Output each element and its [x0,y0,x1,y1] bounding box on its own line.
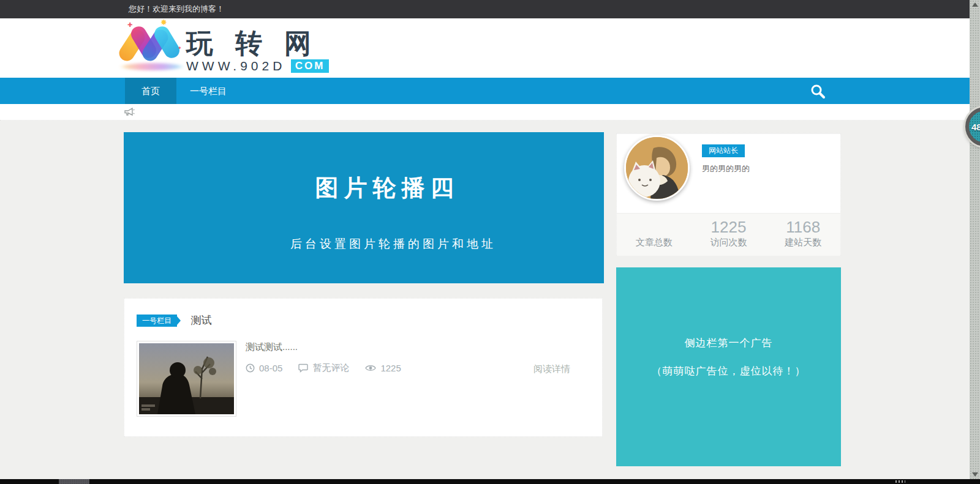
read-more-link[interactable]: 阅读详情 [533,363,570,375]
article-meta: 08-05 暂无评论 1225 [246,362,401,374]
sparkle-icon: ✦ [178,45,182,51]
clock-icon [246,363,255,373]
avatar [624,135,690,201]
article-views: 1225 [380,363,401,373]
carousel-subtitle: 后台设置图片轮播的图片和地址 [153,236,633,252]
stat-days: 1168 建站天数 [766,214,840,256]
welcome-text: 您好！欢迎来到我的博客！ [129,0,224,18]
profile-stats: 文章总数 1225 访问次数 1168 建站天数 [617,213,840,256]
article-date: 08-05 [259,363,282,373]
sparkle-icon: ✸ [160,20,167,26]
nav-item-home[interactable]: 首页 [125,78,176,104]
stat-days-value: 1168 [766,218,840,237]
dusk-photo [139,343,234,414]
announcement-bar [0,104,980,121]
taskbar-glyphs [895,480,905,483]
stat-articles-label: 文章总数 [617,237,692,248]
article-list-card: 一号栏目 测试 测试测试...... [124,298,603,437]
profile-bio: 男的男的男的 [702,163,750,174]
article-thumbnail[interactable] [137,341,236,417]
top-welcome-bar: 您好！欢迎来到我的博客！ [0,0,980,18]
article-comments: 暂无评论 [312,362,349,374]
logo-title: 玩转网 [186,26,333,62]
scroll-down-arrow-icon[interactable] [972,472,978,477]
ad-line-2: （萌萌哒广告位，虚位以待！） [616,364,841,378]
search-button[interactable] [802,78,833,104]
taskbar-segment [59,479,89,484]
main-navbar: 首页 一号栏目 [0,78,980,104]
megaphone-icon [124,108,135,117]
section-category-badge[interactable]: 一号栏目 [137,315,177,327]
section-header: 一号栏目 测试 [137,315,211,328]
stat-articles-value [617,218,692,237]
logo-domain-row: WWW.902D COM [186,59,329,73]
site-header: ✚ ✸ ✦ 玩转网 WWW.902D COM [0,18,980,78]
bottom-taskbar-strip [0,479,980,484]
stat-visits-label: 访问次数 [692,237,766,248]
site-logo[interactable]: ✚ ✸ ✦ 玩转网 WWW.902D COM [123,23,325,77]
article-title[interactable]: 测试测试...... [246,341,298,353]
stat-visits: 1225 访问次数 [692,214,766,256]
logo-reflection [123,63,181,70]
profile-card: 网站站长 男的男的男的 文章总数 1225 访问次数 1168 建站天数 [616,133,841,256]
sidebar-ad-banner[interactable]: 侧边栏第一个广告 （萌萌哒广告位，虚位以待！） [616,267,841,466]
floating-score-value: 48 [969,122,980,132]
stat-articles: 文章总数 [617,214,692,256]
logo-w-icon: ✚ ✸ ✦ [123,24,181,64]
carousel-slide[interactable]: 图片轮播四 后台设置图片轮播的图片和地址 [124,132,604,283]
carousel-title: 图片轮播四 [147,173,627,204]
sparkle-icon: ✚ [127,22,132,28]
role-badge: 网站站长 [702,144,745,157]
search-icon [810,83,826,99]
scroll-up-arrow-icon[interactable] [972,2,978,7]
stat-visits-value: 1225 [692,218,766,237]
views-eye-icon [365,364,376,372]
logo-com-badge: COM [291,59,330,73]
section-title: 测试 [190,315,211,327]
stat-days-label: 建站天数 [766,237,840,248]
avatar-image [626,137,688,199]
comment-icon [298,363,308,373]
nav-item-column-1[interactable]: 一号栏目 [173,78,243,104]
logo-domain-text: WWW.902D [186,59,285,73]
ad-line-1: 侧边栏第一个广告 [616,336,841,350]
scrollbar[interactable] [970,0,980,479]
